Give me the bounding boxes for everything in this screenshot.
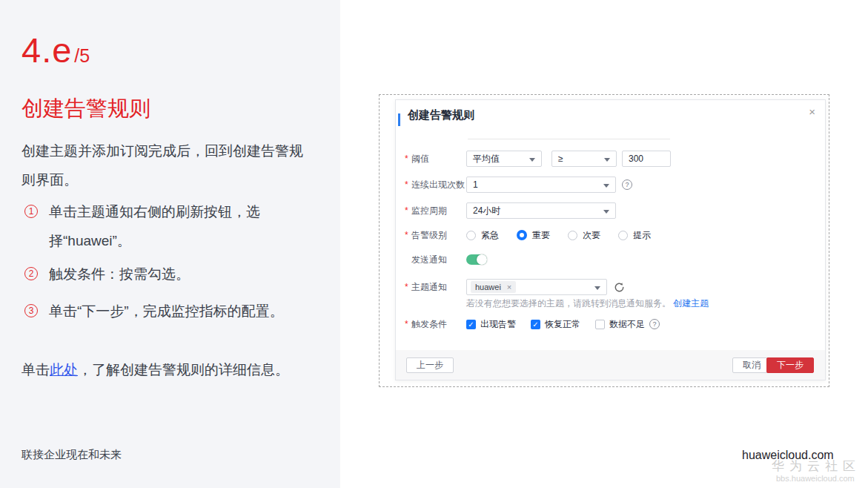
checkbox-checked-icon [531,320,540,329]
cancel-button[interactable]: 取消 [732,357,771,373]
step-total: /5 [74,45,90,67]
operator-select-value: ≥ [558,154,563,164]
required-asterisk: * [405,319,411,329]
trigger-label: 触发条件 [411,319,447,329]
topic-label: 主题通知 [411,282,447,292]
chevron-down-icon [604,158,610,162]
create-topic-link[interactable]: 创建主题 [673,298,709,309]
stat-select[interactable]: 平均值 [466,151,542,167]
threshold-value-input[interactable]: 300 [622,151,671,167]
operator-select[interactable]: ≥ [551,151,617,167]
required-asterisk: * [405,229,411,241]
notify-label: 发送通知 [411,254,447,265]
radio-minor[interactable]: 次要 [568,229,600,242]
watermark-url: bbs.huaweicloud.com [776,474,855,483]
title-accent-bar [398,113,400,126]
topic-tag-text: huawei [475,283,501,291]
period-select-value: 24小时 [473,205,500,217]
period-label: 监控周期 [411,205,447,216]
step-3-text: 单击“下一步”，完成监控指标的配置。 [49,297,295,326]
checkbox-unchecked-icon [595,320,605,329]
notify-toggle[interactable] [466,254,487,265]
intro-text: 创建主题并添加订阅完成后，回到创建告警规则界面。 [21,136,305,194]
chevron-down-icon [603,184,609,188]
details-link[interactable]: 此处 [50,362,78,377]
chevron-down-icon [529,158,535,162]
occurrences-label: 连续出现次数 [411,179,465,190]
step-2-text: 触发条件：按需勾选。 [49,260,295,288]
occurrences-select-value: 1 [473,179,478,190]
stat-select-value: 平均值 [473,153,500,165]
divider [468,139,670,139]
step-indicator: 4.e /5 [21,30,90,70]
checkbox-recovery-label: 恢复正常 [545,318,580,331]
step-1-badge: 1 [24,205,38,218]
close-icon[interactable]: × [809,106,815,117]
help-icon[interactable]: ? [622,179,632,190]
required-asterisk: * [405,202,411,219]
slogan-text: 联接企业现在和未来 [21,448,122,462]
radio-major[interactable]: 重要 [517,229,550,242]
threshold-value: 300 [629,154,643,164]
radio-major-label: 重要 [532,229,550,242]
topic-tag: huawei × [471,281,516,293]
topic-helper-text: 若没有您想要选择的主题，请跳转到消息通知服务。 [466,298,671,309]
watermark-community: 华为云社区 [772,458,861,475]
checkbox-alarm-label: 出现告警 [480,318,516,331]
checkbox-checked-icon [466,320,476,329]
checkbox-alarm[interactable]: 出现告警 [466,318,516,331]
topic-select[interactable]: huawei × [466,279,607,295]
step-2-badge: 2 [24,267,38,280]
radio-critical[interactable]: 紧急 [466,229,499,242]
next-step-button[interactable]: 下一步 [766,357,814,373]
required-asterisk: * [405,279,411,295]
radio-critical-label: 紧急 [481,229,499,242]
occurrences-select[interactable]: 1 [466,177,616,193]
refresh-icon[interactable] [614,282,625,293]
help-icon[interactable]: ? [649,319,660,329]
chevron-down-icon [603,210,609,214]
dialog-footer: 上一步 取消 下一步 [396,350,825,380]
radio-info[interactable]: 提示 [618,229,651,242]
checkbox-insufficient-data[interactable]: 数据不足 [595,318,645,331]
list-item-2: 2 触发条件：按需勾选。 [24,260,295,288]
checkbox-recovery[interactable]: 恢复正常 [531,318,580,331]
checkbox-insufficient-data-label: 数据不足 [609,318,645,331]
list-item-3: 3 单击“下一步”，完成监控指标的配置。 [24,297,295,326]
tutorial-panel: 4.e /5 创建告警规则 创建主题并添加订阅完成后，回到创建告警规则界面。 1… [0,0,340,488]
required-asterisk: * [405,177,411,193]
step-3-badge: 3 [24,304,38,317]
step-number: 4.e [21,30,72,70]
radio-icon [568,231,577,240]
chevron-down-icon [594,286,600,290]
radio-icon [466,231,476,240]
tag-remove-icon[interactable]: × [507,283,511,291]
previous-step-button[interactable]: 上一步 [406,357,454,373]
radio-selected-icon [517,230,527,240]
dialog-title: 创建告警规则 [408,108,474,122]
threshold-label: 阈值 [411,154,429,164]
details-line: 单击此处，了解创建告警规则的详细信息。 [21,359,289,381]
step-1-text: 单击主题通知右侧的刷新按钮，选择“huawei”。 [49,197,295,255]
page-title: 创建告警规则 [21,94,150,124]
radio-icon [618,231,628,240]
toggle-knob [477,254,487,265]
severity-label: 告警级别 [411,230,447,240]
details-suffix: ，了解创建告警规则的详细信息。 [78,362,289,377]
details-prefix: 单击 [21,362,50,377]
required-asterisk: * [405,151,411,167]
screenshot-frame: 创建告警规则 × *阈值 平均值 ≥ 300 *连续出现次数 [379,94,829,387]
create-alarm-rule-dialog: 创建告警规则 × *阈值 平均值 ≥ 300 *连续出现次数 [395,99,826,380]
period-select[interactable]: 24小时 [466,202,616,219]
radio-info-label: 提示 [633,229,651,242]
radio-minor-label: 次要 [583,229,600,242]
list-item-1: 1 单击主题通知右侧的刷新按钮，选择“huawei”。 [24,197,295,255]
